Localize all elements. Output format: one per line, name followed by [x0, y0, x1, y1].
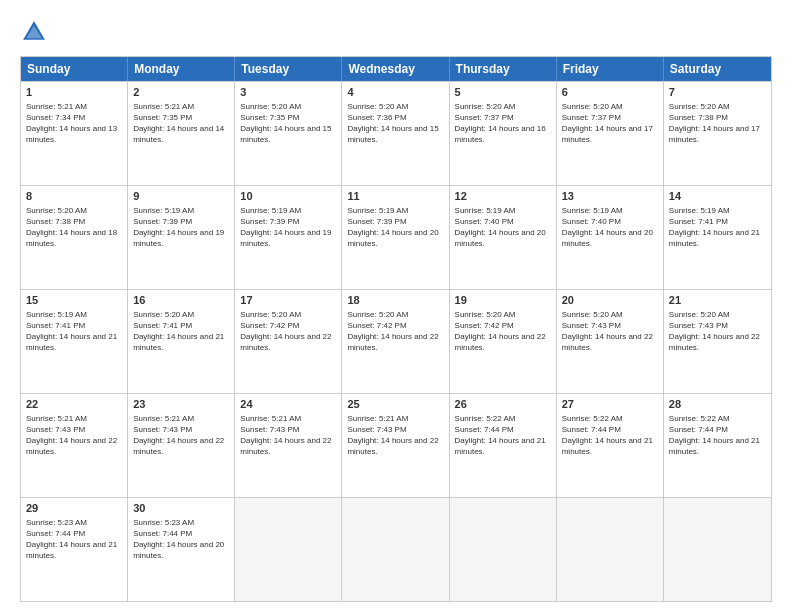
calendar-cell: 9Sunrise: 5:19 AMSunset: 7:39 PMDaylight…: [128, 186, 235, 289]
day-number: 12: [455, 189, 551, 204]
calendar-cell: 26Sunrise: 5:22 AMSunset: 7:44 PMDayligh…: [450, 394, 557, 497]
day-number: 11: [347, 189, 443, 204]
cell-info: Sunrise: 5:21 AMSunset: 7:43 PMDaylight:…: [26, 413, 122, 458]
calendar-header-day: Monday: [128, 57, 235, 81]
logo: [20, 18, 50, 46]
cell-info: Sunrise: 5:20 AMSunset: 7:41 PMDaylight:…: [133, 309, 229, 354]
calendar-cell: 5Sunrise: 5:20 AMSunset: 7:37 PMDaylight…: [450, 82, 557, 185]
calendar-cell: 24Sunrise: 5:21 AMSunset: 7:43 PMDayligh…: [235, 394, 342, 497]
day-number: 4: [347, 85, 443, 100]
cell-info: Sunrise: 5:22 AMSunset: 7:44 PMDaylight:…: [669, 413, 766, 458]
page: SundayMondayTuesdayWednesdayThursdayFrid…: [0, 0, 792, 612]
calendar-cell: 28Sunrise: 5:22 AMSunset: 7:44 PMDayligh…: [664, 394, 771, 497]
calendar-cell: 25Sunrise: 5:21 AMSunset: 7:43 PMDayligh…: [342, 394, 449, 497]
cell-info: Sunrise: 5:20 AMSunset: 7:36 PMDaylight:…: [347, 101, 443, 146]
cell-info: Sunrise: 5:21 AMSunset: 7:35 PMDaylight:…: [133, 101, 229, 146]
calendar-cell: 2Sunrise: 5:21 AMSunset: 7:35 PMDaylight…: [128, 82, 235, 185]
calendar-cell: 23Sunrise: 5:21 AMSunset: 7:43 PMDayligh…: [128, 394, 235, 497]
cell-info: Sunrise: 5:20 AMSunset: 7:42 PMDaylight:…: [455, 309, 551, 354]
day-number: 20: [562, 293, 658, 308]
day-number: 25: [347, 397, 443, 412]
calendar-cell: 27Sunrise: 5:22 AMSunset: 7:44 PMDayligh…: [557, 394, 664, 497]
day-number: 9: [133, 189, 229, 204]
calendar-cell: 18Sunrise: 5:20 AMSunset: 7:42 PMDayligh…: [342, 290, 449, 393]
calendar-body: 1Sunrise: 5:21 AMSunset: 7:34 PMDaylight…: [21, 81, 771, 601]
cell-info: Sunrise: 5:20 AMSunset: 7:37 PMDaylight:…: [455, 101, 551, 146]
day-number: 8: [26, 189, 122, 204]
cell-info: Sunrise: 5:19 AMSunset: 7:41 PMDaylight:…: [669, 205, 766, 250]
day-number: 13: [562, 189, 658, 204]
cell-info: Sunrise: 5:22 AMSunset: 7:44 PMDaylight:…: [455, 413, 551, 458]
day-number: 1: [26, 85, 122, 100]
cell-info: Sunrise: 5:20 AMSunset: 7:42 PMDaylight:…: [347, 309, 443, 354]
calendar-cell: 12Sunrise: 5:19 AMSunset: 7:40 PMDayligh…: [450, 186, 557, 289]
cell-info: Sunrise: 5:20 AMSunset: 7:35 PMDaylight:…: [240, 101, 336, 146]
day-number: 2: [133, 85, 229, 100]
day-number: 15: [26, 293, 122, 308]
cell-info: Sunrise: 5:19 AMSunset: 7:39 PMDaylight:…: [240, 205, 336, 250]
day-number: 23: [133, 397, 229, 412]
calendar-cell: 22Sunrise: 5:21 AMSunset: 7:43 PMDayligh…: [21, 394, 128, 497]
calendar-cell: [557, 498, 664, 601]
calendar-cell: 30Sunrise: 5:23 AMSunset: 7:44 PMDayligh…: [128, 498, 235, 601]
calendar-row: 29Sunrise: 5:23 AMSunset: 7:44 PMDayligh…: [21, 497, 771, 601]
cell-info: Sunrise: 5:23 AMSunset: 7:44 PMDaylight:…: [26, 517, 122, 562]
cell-info: Sunrise: 5:20 AMSunset: 7:37 PMDaylight:…: [562, 101, 658, 146]
calendar-cell: 14Sunrise: 5:19 AMSunset: 7:41 PMDayligh…: [664, 186, 771, 289]
calendar-cell: 13Sunrise: 5:19 AMSunset: 7:40 PMDayligh…: [557, 186, 664, 289]
calendar-cell: 10Sunrise: 5:19 AMSunset: 7:39 PMDayligh…: [235, 186, 342, 289]
logo-icon: [20, 18, 48, 46]
day-number: 26: [455, 397, 551, 412]
day-number: 7: [669, 85, 766, 100]
calendar-cell: 11Sunrise: 5:19 AMSunset: 7:39 PMDayligh…: [342, 186, 449, 289]
cell-info: Sunrise: 5:20 AMSunset: 7:42 PMDaylight:…: [240, 309, 336, 354]
calendar-header-day: Saturday: [664, 57, 771, 81]
cell-info: Sunrise: 5:19 AMSunset: 7:41 PMDaylight:…: [26, 309, 122, 354]
calendar-cell: 16Sunrise: 5:20 AMSunset: 7:41 PMDayligh…: [128, 290, 235, 393]
day-number: 14: [669, 189, 766, 204]
day-number: 30: [133, 501, 229, 516]
cell-info: Sunrise: 5:19 AMSunset: 7:40 PMDaylight:…: [562, 205, 658, 250]
calendar-cell: 29Sunrise: 5:23 AMSunset: 7:44 PMDayligh…: [21, 498, 128, 601]
calendar-header-day: Thursday: [450, 57, 557, 81]
day-number: 28: [669, 397, 766, 412]
day-number: 19: [455, 293, 551, 308]
day-number: 29: [26, 501, 122, 516]
calendar-header-day: Sunday: [21, 57, 128, 81]
calendar-cell: 6Sunrise: 5:20 AMSunset: 7:37 PMDaylight…: [557, 82, 664, 185]
day-number: 27: [562, 397, 658, 412]
day-number: 22: [26, 397, 122, 412]
day-number: 3: [240, 85, 336, 100]
calendar-cell: [235, 498, 342, 601]
calendar-cell: 21Sunrise: 5:20 AMSunset: 7:43 PMDayligh…: [664, 290, 771, 393]
calendar-header-day: Wednesday: [342, 57, 449, 81]
day-number: 16: [133, 293, 229, 308]
day-number: 5: [455, 85, 551, 100]
header: [20, 18, 772, 46]
calendar-row: 15Sunrise: 5:19 AMSunset: 7:41 PMDayligh…: [21, 289, 771, 393]
day-number: 18: [347, 293, 443, 308]
calendar-cell: 3Sunrise: 5:20 AMSunset: 7:35 PMDaylight…: [235, 82, 342, 185]
day-number: 24: [240, 397, 336, 412]
day-number: 10: [240, 189, 336, 204]
calendar-row: 1Sunrise: 5:21 AMSunset: 7:34 PMDaylight…: [21, 81, 771, 185]
cell-info: Sunrise: 5:20 AMSunset: 7:38 PMDaylight:…: [26, 205, 122, 250]
calendar-header: SundayMondayTuesdayWednesdayThursdayFrid…: [21, 57, 771, 81]
day-number: 21: [669, 293, 766, 308]
calendar-cell: 4Sunrise: 5:20 AMSunset: 7:36 PMDaylight…: [342, 82, 449, 185]
calendar-header-day: Tuesday: [235, 57, 342, 81]
calendar-cell: 20Sunrise: 5:20 AMSunset: 7:43 PMDayligh…: [557, 290, 664, 393]
calendar-row: 8Sunrise: 5:20 AMSunset: 7:38 PMDaylight…: [21, 185, 771, 289]
cell-info: Sunrise: 5:19 AMSunset: 7:39 PMDaylight:…: [347, 205, 443, 250]
calendar-row: 22Sunrise: 5:21 AMSunset: 7:43 PMDayligh…: [21, 393, 771, 497]
day-number: 17: [240, 293, 336, 308]
cell-info: Sunrise: 5:20 AMSunset: 7:43 PMDaylight:…: [669, 309, 766, 354]
cell-info: Sunrise: 5:21 AMSunset: 7:43 PMDaylight:…: [347, 413, 443, 458]
calendar-header-day: Friday: [557, 57, 664, 81]
calendar-cell: 8Sunrise: 5:20 AMSunset: 7:38 PMDaylight…: [21, 186, 128, 289]
calendar-cell: 1Sunrise: 5:21 AMSunset: 7:34 PMDaylight…: [21, 82, 128, 185]
calendar-cell: [450, 498, 557, 601]
calendar-cell: 7Sunrise: 5:20 AMSunset: 7:38 PMDaylight…: [664, 82, 771, 185]
cell-info: Sunrise: 5:19 AMSunset: 7:39 PMDaylight:…: [133, 205, 229, 250]
cell-info: Sunrise: 5:21 AMSunset: 7:43 PMDaylight:…: [133, 413, 229, 458]
